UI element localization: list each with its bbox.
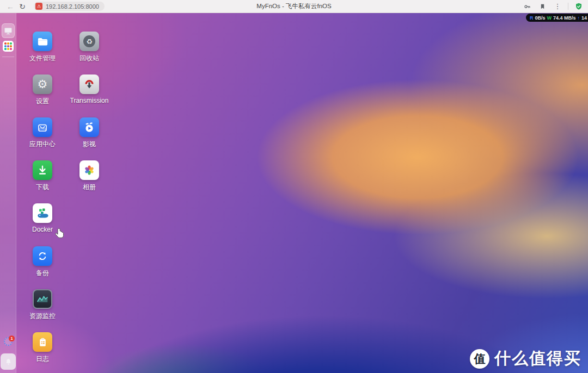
store-text: STORE <box>39 128 46 130</box>
url-text: 192.168.2.105:8000 <box>46 3 99 10</box>
write-label: W <box>547 15 552 21</box>
monitor-icon <box>3 26 13 36</box>
read-value: 0B/s <box>535 15 546 21</box>
app-label: 资源监控 <box>19 312 66 321</box>
app-docker[interactable]: Docker <box>19 203 66 233</box>
app-label: 设置 <box>19 97 66 106</box>
app-label: 备份 <box>19 269 66 278</box>
app-label: 文件管理 <box>19 54 66 63</box>
app-label: 下载 <box>19 183 66 192</box>
menu-icon[interactable]: ⋮ <box>553 2 562 11</box>
toolbar-separator <box>568 3 568 10</box>
download-icon <box>33 160 52 180</box>
app-resource-monitor[interactable]: 资源监控 <box>19 289 66 321</box>
bell-icon <box>4 358 13 366</box>
rail-item-desktop[interactable] <box>2 23 15 38</box>
fnos-desktop: R 0B/s W 74.4 MB/s ↑ 14 1 <box>0 13 588 373</box>
recycle-bin-icon: ♻ <box>79 32 99 51</box>
video-icon <box>79 117 99 137</box>
app-label: 应用中心 <box>19 140 66 149</box>
write-value: 74.4 MB/s <box>553 15 576 21</box>
app-label: Docker <box>19 226 66 233</box>
reload-icon: ↻ <box>19 2 26 11</box>
app-label: Transmission <box>66 97 113 104</box>
backup-sync-icon <box>33 246 52 266</box>
app-app-center[interactable]: STORE 应用中心 <box>19 117 66 149</box>
app-label: 影视 <box>66 140 113 149</box>
browser-toolbar: ← ↻ ⚠ 192.168.2.105:8000 MyFnOs - 飞牛私有云f… <box>0 0 588 13</box>
network-speed-badge[interactable]: R 0B/s W 74.4 MB/s ↑ 14 <box>526 14 588 22</box>
resource-monitor-icon <box>33 289 52 309</box>
app-backup[interactable]: 备份 <box>19 246 66 278</box>
rail-divider <box>2 57 14 57</box>
rail-item-notifications[interactable] <box>1 353 16 370</box>
upload-value: 14 <box>581 15 587 21</box>
extension-shield-icon[interactable] <box>574 2 584 11</box>
settings-gear-icon: ⚙ <box>33 74 52 94</box>
not-secure-warning-icon: ⚠ <box>35 3 42 10</box>
reload-button[interactable]: ↻ <box>16 2 28 11</box>
browser-window: ← ↻ ⚠ 192.168.2.105:8000 MyFnOs - 飞牛私有云f… <box>0 0 588 373</box>
app-file-manager[interactable]: 文件管理 <box>19 32 66 63</box>
read-label: R <box>530 15 534 21</box>
left-rail: 1 <box>0 13 16 373</box>
notification-count-badge: 1 <box>9 335 15 341</box>
app-logs[interactable]: 日志 <box>19 332 66 364</box>
app-photos[interactable]: 相册 <box>66 160 113 192</box>
app-video[interactable]: 影视 <box>66 117 113 149</box>
app-download[interactable]: 下载 <box>19 160 66 192</box>
app-settings[interactable]: ⚙ 设置 <box>19 74 66 106</box>
back-button[interactable]: ← <box>4 2 16 11</box>
app-label: 回收站 <box>66 54 113 63</box>
address-bar[interactable]: ⚠ 192.168.2.105:8000 <box>34 2 105 11</box>
photos-pinwheel-icon <box>79 160 99 180</box>
rail-item-app-launcher[interactable] <box>3 41 14 52</box>
app-recycle-bin[interactable]: ♻ 回收站 <box>66 32 113 63</box>
upload-arrow-icon: ↑ <box>578 15 580 21</box>
app-transmission[interactable]: Transmission <box>66 74 113 104</box>
app-center-icon: STORE <box>33 117 52 137</box>
password-key-icon[interactable] <box>522 2 532 11</box>
smzdm-watermark: 值 什么值得买 <box>470 347 581 370</box>
docker-whale-icon <box>33 203 52 223</box>
file-manager-icon <box>33 32 52 51</box>
app-label: 日志 <box>19 355 66 364</box>
toolbar-right-icons: ⋮ <box>522 2 584 11</box>
bookmark-icon[interactable] <box>537 2 547 11</box>
app-label: 相册 <box>66 183 113 192</box>
back-icon: ← <box>7 2 14 11</box>
transmission-icon <box>79 74 99 94</box>
rail-item-updates[interactable]: 1 <box>4 337 13 346</box>
smzdm-text: 什么值得买 <box>494 347 581 370</box>
logs-clipboard-icon <box>33 332 52 352</box>
smzdm-logo: 值 <box>470 349 489 369</box>
